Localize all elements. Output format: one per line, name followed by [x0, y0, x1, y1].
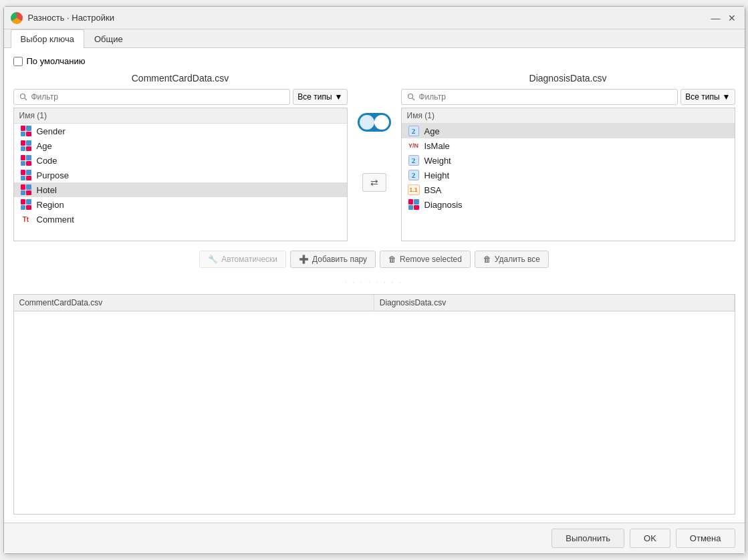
- left-search-icon: [19, 93, 27, 101]
- left-list-item[interactable]: TtComment: [14, 212, 347, 227]
- execute-button[interactable]: Выполнить: [551, 529, 624, 548]
- remove-all-trash-icon: 🗑: [483, 255, 491, 264]
- right-type-chevron-icon: ▼: [723, 92, 731, 102]
- tab-general[interactable]: Общие: [84, 29, 133, 48]
- left-list-item[interactable]: Code: [14, 153, 347, 168]
- left-list-item[interactable]: Region: [14, 197, 347, 212]
- right-list-item[interactable]: Y/NIsMale: [402, 138, 735, 153]
- add-pair-button[interactable]: ➕ Добавить пару: [290, 251, 376, 268]
- right-panel-title: DiagnosisData.csv: [401, 73, 735, 84]
- svg-line-1: [25, 98, 27, 100]
- remove-all-button[interactable]: 🗑 Удалить все: [475, 251, 549, 268]
- window-title: Разность · Настройки: [28, 13, 705, 23]
- tab-bar: Выбор ключа Общие: [4, 29, 745, 48]
- col-header-left: CommentCardData.csv: [14, 295, 374, 311]
- left-list-item[interactable]: Age: [14, 138, 347, 153]
- right-list-item[interactable]: 2Weight: [402, 153, 735, 168]
- left-list-header: Имя (1): [14, 108, 347, 124]
- right-filter-row: Все типы ▼: [401, 89, 735, 105]
- remove-selected-trash-icon: 🗑: [388, 255, 396, 264]
- footer-bar: Выполнить OK Отмена: [4, 523, 745, 553]
- main-window: Разность · Настройки — ✕ Выбор ключа Общ…: [3, 6, 745, 554]
- results-table: CommentCardData.csv DiagnosisData.csv: [13, 294, 735, 515]
- action-bar: 🔧 Автоматически ➕ Добавить пару 🗑 Remove…: [13, 248, 735, 271]
- right-list-item[interactable]: 1.1BSA: [402, 182, 735, 197]
- default-checkbox-label: По умолчанию: [27, 56, 86, 66]
- right-list-item[interactable]: 2Age: [402, 124, 735, 138]
- close-button[interactable]: ✕: [726, 12, 738, 24]
- right-type-select[interactable]: Все типы ▼: [680, 89, 735, 105]
- add-pair-icon: ➕: [299, 255, 309, 264]
- right-panel: DiagnosisData.csv Все типы ▼: [401, 73, 735, 241]
- right-list: Имя (1) 2AgeY/NIsMale2Weight2Height1.1BS…: [401, 108, 735, 241]
- cancel-button[interactable]: Отмена: [676, 529, 735, 548]
- right-list-item[interactable]: 2Height: [402, 168, 735, 182]
- main-content: По умолчанию CommentCardData.csv Все ти: [4, 48, 745, 523]
- left-filter-input-wrapper[interactable]: [13, 89, 291, 105]
- center-panel: ⇄: [348, 73, 401, 192]
- right-list-item[interactable]: Diagnosis: [402, 197, 735, 212]
- right-filter-input-wrapper[interactable]: [401, 89, 678, 105]
- col-header-right: DiagnosisData.csv: [374, 295, 734, 311]
- panels-container: CommentCardData.csv Все типы ▼: [13, 73, 735, 241]
- tab-key-selection[interactable]: Выбор ключа: [11, 29, 84, 48]
- right-search-icon: [407, 93, 415, 101]
- titlebar: Разность · Настройки — ✕: [4, 7, 745, 29]
- divider: · · · · · · · ·: [13, 279, 735, 286]
- transfer-button[interactable]: ⇄: [362, 173, 386, 192]
- left-filter-field[interactable]: [31, 92, 285, 102]
- toggle-switch[interactable]: [358, 113, 391, 132]
- default-checkbox-row: По умолчанию: [13, 56, 735, 66]
- left-list-item[interactable]: Purpose: [14, 168, 347, 182]
- left-panel-title: CommentCardData.csv: [13, 73, 348, 84]
- right-list-header: Имя (1): [402, 108, 735, 124]
- titlebar-controls: — ✕: [710, 12, 738, 24]
- app-icon: [11, 12, 23, 24]
- left-list-item[interactable]: Gender: [14, 124, 347, 138]
- remove-selected-button[interactable]: 🗑 Remove selected: [380, 251, 471, 268]
- left-panel: CommentCardData.csv Все типы ▼: [13, 73, 348, 241]
- left-type-chevron-icon: ▼: [335, 92, 343, 102]
- auto-button[interactable]: 🔧 Автоматически: [199, 251, 286, 268]
- minimize-button[interactable]: —: [710, 12, 722, 24]
- svg-point-0: [20, 94, 25, 99]
- ok-button[interactable]: OK: [630, 529, 670, 548]
- left-list-item[interactable]: Hotel: [14, 182, 347, 197]
- left-type-select[interactable]: Все типы ▼: [293, 89, 347, 105]
- right-filter-field[interactable]: [419, 92, 672, 102]
- svg-point-2: [408, 94, 412, 99]
- left-list: Имя (1) GenderAgeCodePurposeHotelRegionT…: [13, 108, 348, 241]
- svg-line-3: [412, 98, 414, 100]
- default-checkbox[interactable]: [13, 57, 23, 66]
- left-filter-row: Все типы ▼: [13, 89, 348, 105]
- wrench-icon: 🔧: [208, 255, 218, 264]
